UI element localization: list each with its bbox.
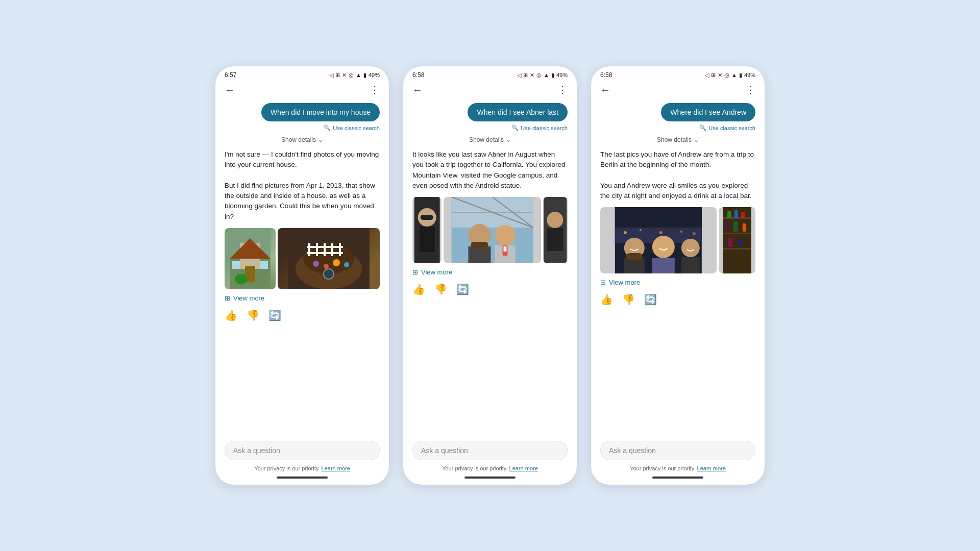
status-bar-3: 6:58 ◁ ⊞ ✕ ◎ ▲ ▮ 49% [591,66,765,81]
svg-rect-15 [339,243,341,256]
thumbdown-1[interactable]: 👎 [247,309,259,321]
status-icons-2: ◁ ⊞ ✕ ◎ ▲ ▮ 49% [517,72,568,79]
thumbup-3[interactable]: 👍 [600,293,613,306]
privacy-note-1: Your privacy is our priority. Learn more [215,464,389,474]
svg-rect-62 [727,211,731,218]
grid-icon-2: ⊞ [523,72,528,79]
ask-input-2[interactable]: Ask a question [412,441,568,460]
ask-input-1[interactable]: Ask a question [225,441,380,460]
nav-bar-2: ← ⋮ [403,81,577,99]
svg-rect-41 [547,228,564,251]
more-button-1[interactable]: ⋮ [370,84,380,96]
grid-icon-view-3: ⊞ [600,279,606,286]
grid-icon-1: ⊞ [335,72,340,79]
svg-rect-6 [260,261,268,269]
show-details-2[interactable]: Show details ⌄ [403,134,577,147]
thumbdown-2[interactable]: 👎 [434,283,447,295]
bottom-section-3: Ask a question Your privacy is our prior… [591,441,765,485]
back-button-1[interactable]: ← [225,84,235,96]
thumbup-2[interactable]: 👍 [412,283,425,295]
status-bar-1: 6:57 ◁ ⊞ ✕ ◎ ▲ ▮ 49% [215,66,389,81]
refresh-3[interactable]: 🔄 [644,293,657,306]
classic-search-3[interactable]: 🔍 Use classic search [591,123,765,134]
berlin-group-img [600,207,717,273]
content-1: When did I move into my house 🔍 Use clas… [215,99,389,485]
classic-search-1[interactable]: 🔍 Use classic search [215,123,389,134]
svg-rect-5 [232,261,240,269]
photo-trip-left [412,197,442,263]
photo-trip-center [444,197,541,263]
view-more-1[interactable]: ⊞ View more [215,291,389,305]
time-3: 6:58 [600,71,612,79]
nav-icon-3: ◁ [705,72,709,79]
bottom-section-1: Ask a question Your privacy is our prior… [215,441,389,485]
svg-point-40 [547,212,564,228]
photos-grid-3 [591,205,765,276]
svg-rect-69 [738,239,742,246]
svg-rect-33 [469,246,491,263]
phone-3: 6:58 ◁ ⊞ ✕ ◎ ▲ ▮ 49% ← ⋮ Where did I see… [591,66,765,485]
privacy-link-1[interactable]: Learn more [322,465,350,471]
status-bar-2: 6:58 ◁ ⊞ ✕ ◎ ▲ ▮ 49% [403,66,577,81]
search-icon-2: 🔍 [511,124,519,131]
svg-rect-67 [742,223,746,232]
view-more-2[interactable]: ⊞ View more [403,265,577,279]
photos-grid-1 [215,226,389,291]
svg-rect-56 [681,257,700,273]
more-button-2[interactable]: ⋮ [557,84,568,96]
svg-rect-61 [723,248,751,249]
circle-icon-2: ◎ [536,72,542,79]
svg-rect-66 [733,221,738,232]
battery-pct-3: 49% [744,72,755,78]
view-more-3[interactable]: ⊞ View more [591,276,765,289]
show-details-1[interactable]: Show details ⌄ [215,134,389,147]
nav-bar-1: ← ⋮ [215,81,389,99]
action-icons-1: 👍 👎 🔄 [215,305,389,325]
svg-rect-14 [331,243,333,256]
action-icons-2: 👍 👎 🔄 [403,279,577,299]
svg-point-55 [681,239,700,257]
svg-point-35 [495,225,516,245]
photo-house-outside [225,228,276,289]
chevron-down-icon-2: ⌄ [506,136,511,143]
svg-rect-13 [324,243,326,256]
back-button-2[interactable]: ← [412,84,423,96]
time-1: 6:57 [225,71,236,79]
svg-point-21 [344,262,349,267]
garden-img [278,228,380,289]
svg-rect-12 [316,243,318,256]
refresh-1[interactable]: 🔄 [268,309,281,321]
ask-input-3[interactable]: Ask a question [600,441,755,460]
classic-search-2[interactable]: 🔍 Use classic search [403,123,577,134]
photo-berlin-bar [719,207,755,273]
action-icons-3: 👍 👎 🔄 [591,289,765,310]
refresh-2[interactable]: 🔄 [456,283,469,295]
battery-pct-1: 49% [369,72,380,78]
svg-rect-38 [504,246,507,252]
back-button-3[interactable]: ← [600,84,610,96]
thumbdown-3[interactable]: 👎 [622,293,635,306]
svg-rect-7 [235,274,248,284]
x-icon-3: ✕ [718,72,722,79]
privacy-link-3[interactable]: Learn more [697,465,726,471]
query-bubble-2: When did I see Abner last [468,103,568,121]
bottom-section-2: Ask a question Your privacy is our prior… [403,441,577,485]
more-button-3[interactable]: ⋮ [745,84,755,96]
query-bubble-3: Where did I see Andrew [661,103,755,121]
answer-text-1: I'm not sure — I couldn't find photos of… [215,147,389,226]
thumbup-1[interactable]: 👍 [225,309,237,321]
photo-garden [278,228,380,289]
svg-rect-64 [741,212,745,218]
show-details-3[interactable]: Show details ⌄ [591,134,765,147]
circle-icon-3: ◎ [724,72,729,79]
privacy-link-2[interactable]: Learn more [509,465,538,471]
status-icons-1: ◁ ⊞ ✕ ◎ ▲ ▮ 49% [329,72,380,79]
answer-text-2: It looks like you last saw Abner in Augu… [403,147,577,195]
grid-icon-view-1: ⊞ [225,294,230,302]
wifi-icon-2: ▲ [544,72,549,78]
phone-1: 6:57 ◁ ⊞ ✕ ◎ ▲ ▮ 49% ← ⋮ When did I move… [215,66,389,485]
svg-point-22 [324,269,334,279]
home-indicator-3 [652,477,703,479]
chevron-down-icon-1: ⌄ [318,136,323,143]
svg-rect-16 [307,246,343,248]
